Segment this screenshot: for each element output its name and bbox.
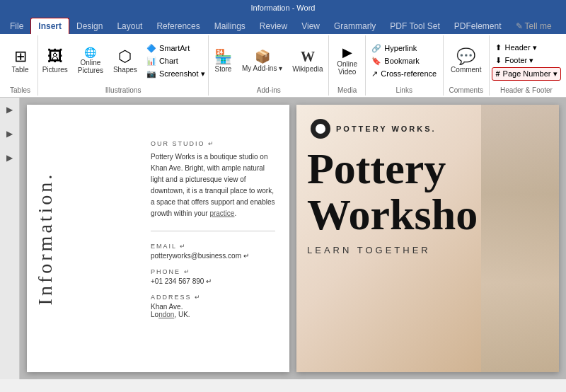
screenshot-button[interactable]: 📷 Screenshot ▾ bbox=[143, 68, 209, 80]
my-addins-label: My Add-ins ▾ bbox=[242, 64, 282, 72]
header-label: Header ▾ bbox=[504, 43, 536, 52]
wikipedia-button[interactable]: W Wikipedia bbox=[288, 47, 327, 75]
media-group-label: Media bbox=[337, 85, 357, 94]
sidebar-arrow-2[interactable]: ▶ bbox=[6, 129, 13, 139]
comment-button[interactable]: 💬 Comment bbox=[446, 47, 485, 76]
tab-references[interactable]: References bbox=[149, 18, 207, 34]
my-addins-button[interactable]: 📦 My Add-ins ▾ bbox=[238, 48, 287, 74]
pottery-logo-circle bbox=[311, 119, 330, 139]
address-label: ADDRESS ↵ bbox=[151, 294, 275, 301]
online-pictures-button[interactable]: 🌐 OnlinePictures bbox=[74, 45, 108, 76]
bookmark-label: Bookmark bbox=[384, 57, 420, 65]
table-icon: ⊞ bbox=[14, 49, 27, 64]
page-number-label: Page Number ▾ bbox=[503, 69, 558, 79]
tab-file[interactable]: File bbox=[3, 18, 30, 34]
tab-grammarly[interactable]: Grammarly bbox=[327, 18, 383, 34]
sidebar-arrow-1[interactable]: ▶ bbox=[6, 105, 13, 115]
tab-review[interactable]: Review bbox=[253, 18, 294, 34]
hyperlink-button[interactable]: 🔗 Hyperlink bbox=[368, 42, 440, 54]
email-value: potteryworks@business.com ↵ bbox=[151, 252, 275, 260]
online-video-button[interactable]: ▶ OnlineVideo bbox=[333, 44, 362, 78]
our-studio-section: OUR STUDIO ↵ Pottery Works is a boutique… bbox=[151, 140, 275, 219]
photo-overlay bbox=[481, 105, 559, 372]
divider-1 bbox=[151, 231, 275, 231]
online-video-icon: ▶ bbox=[342, 46, 352, 59]
address-value-1: Khan Ave. bbox=[151, 303, 275, 311]
address-section: ADDRESS ↵ Khan Ave. London, UK. bbox=[151, 294, 275, 318]
group-tables: ⊞ Table Tables bbox=[3, 35, 38, 96]
document-area: Information. OUR STUDIO ↵ Pottery Works … bbox=[20, 98, 566, 379]
content-column: OUR STUDIO ↵ Pottery Works is a boutique… bbox=[151, 119, 275, 318]
email-label: EMAIL ↵ bbox=[151, 243, 275, 250]
smartart-button[interactable]: 🔷 SmartArt bbox=[143, 42, 209, 54]
addins-group-label: Add-ins bbox=[257, 85, 281, 94]
shapes-button[interactable]: ⬡ Shapes bbox=[109, 47, 142, 76]
page-number-icon: # bbox=[495, 69, 499, 78]
tables-group-label: Tables bbox=[10, 85, 30, 94]
tab-insert[interactable]: Insert bbox=[30, 18, 69, 34]
links-group-label: Links bbox=[396, 85, 412, 94]
store-button[interactable]: 🏪 Store bbox=[210, 47, 236, 75]
smartart-label: SmartArt bbox=[159, 44, 190, 52]
header-button[interactable]: ⬆ Header ▾ bbox=[492, 42, 560, 54]
wikipedia-label: Wikipedia bbox=[292, 65, 323, 73]
title-bar-text: Information - Word bbox=[6, 4, 560, 12]
tab-view[interactable]: View bbox=[294, 18, 327, 34]
footer-icon: ⬇ bbox=[495, 56, 502, 65]
tab-layout[interactable]: Layout bbox=[110, 18, 149, 34]
online-pictures-label: OnlinePictures bbox=[78, 59, 103, 74]
chart-button[interactable]: 📊 Chart bbox=[143, 55, 209, 67]
shapes-label: Shapes bbox=[113, 66, 137, 74]
page-number-button[interactable]: # Page Number ▾ bbox=[492, 67, 560, 81]
bookmark-icon: 🔖 bbox=[371, 57, 381, 66]
page-left: Information. OUR STUDIO ↵ Pottery Works … bbox=[27, 105, 289, 372]
footer-button[interactable]: ⬇ Footer ▾ bbox=[492, 54, 560, 67]
group-links: 🔗 Hyperlink 🔖 Bookmark ↗ Cross-reference… bbox=[366, 35, 444, 96]
pictures-button[interactable]: 🖼 Pictures bbox=[38, 47, 72, 76]
pottery-logo-text: POTTERY WORKS. bbox=[336, 125, 437, 133]
table-label: Table bbox=[12, 66, 29, 74]
pictures-label: Pictures bbox=[42, 66, 68, 74]
chart-icon: 📊 bbox=[146, 57, 156, 66]
online-video-label: OnlineVideo bbox=[337, 60, 357, 76]
comment-label: Comment bbox=[451, 66, 481, 74]
group-header-footer: ⬆ Header ▾ ⬇ Footer ▾ # Page Number ▾ He… bbox=[490, 35, 563, 96]
group-addins: 🏪 Store 📦 My Add-ins ▾ W Wikipedia Add-i… bbox=[209, 35, 329, 96]
main-content-area: ▶ ▶ ▶ Information. OUR STUDIO ↵ Pottery … bbox=[0, 98, 566, 379]
header-footer-group-label: Header & Footer bbox=[500, 85, 553, 94]
ribbon-tabs: File Insert Design Layout References Mai… bbox=[0, 16, 566, 34]
comment-icon: 💬 bbox=[456, 49, 475, 64]
rotated-title-container: Information. bbox=[34, 172, 57, 306]
wikipedia-icon: W bbox=[301, 50, 315, 64]
table-button[interactable]: ⊞ Table bbox=[8, 47, 33, 76]
cross-reference-icon: ↗ bbox=[371, 69, 378, 79]
phone-section: PHONE ↵ +01 234 567 890 ↵ bbox=[151, 268, 275, 285]
bookmark-button[interactable]: 🔖 Bookmark bbox=[368, 55, 440, 67]
smartart-icon: 🔷 bbox=[146, 44, 156, 53]
tab-pdftoolset[interactable]: PDF Tool Set bbox=[383, 18, 446, 34]
store-label: Store bbox=[215, 65, 232, 73]
illustrations-group-label: Illustrations bbox=[105, 85, 142, 94]
hyperlink-icon: 🔗 bbox=[371, 44, 381, 53]
screenshot-label: Screenshot ▾ bbox=[159, 69, 205, 79]
group-comments: 💬 Comment Comments bbox=[444, 35, 490, 96]
tab-design[interactable]: Design bbox=[69, 18, 110, 34]
tab-pdfelement[interactable]: PDFelement bbox=[447, 18, 509, 34]
my-addins-icon: 📦 bbox=[255, 50, 270, 63]
chart-label: Chart bbox=[159, 57, 178, 65]
tab-tellme[interactable]: ✎ Tell me bbox=[509, 18, 559, 34]
sidebar-arrow-3[interactable]: ▶ bbox=[6, 153, 13, 163]
london-word: ndon bbox=[158, 311, 174, 318]
footer-label: Footer ▾ bbox=[504, 56, 533, 65]
pottery-logo-circle-inner bbox=[316, 124, 325, 134]
page-content-left: Information. OUR STUDIO ↵ Pottery Works … bbox=[27, 105, 289, 372]
hyperlink-label: Hyperlink bbox=[384, 44, 417, 52]
email-section: EMAIL ↵ potteryworks@business.com ↵ bbox=[151, 243, 275, 260]
online-pictures-icon: 🌐 bbox=[84, 47, 96, 57]
phone-label: PHONE ↵ bbox=[151, 268, 275, 275]
cross-reference-button[interactable]: ↗ Cross-reference bbox=[368, 68, 440, 80]
phone-value: +01 234 567 890 ↵ bbox=[151, 277, 275, 285]
screenshot-icon: 📷 bbox=[146, 69, 156, 79]
header-icon: ⬆ bbox=[495, 43, 502, 52]
tab-mailings[interactable]: Mailings bbox=[207, 18, 253, 34]
